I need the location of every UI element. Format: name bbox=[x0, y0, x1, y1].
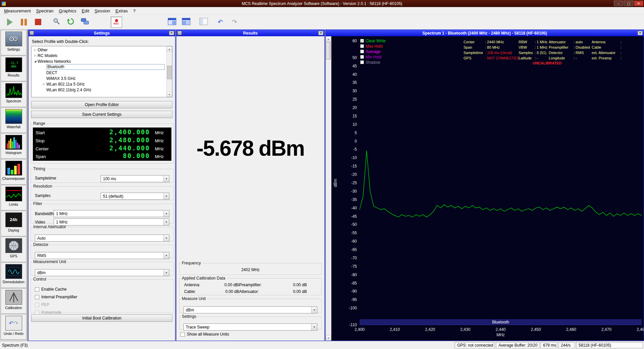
tree-item-wlan-802-11a-5-ghz[interactable]: ▷WLan 802.11a 5 GHz bbox=[32, 81, 172, 87]
layout-windows-button[interactable] bbox=[166, 16, 178, 28]
results-close-button[interactable]: ✕ bbox=[318, 31, 323, 35]
tree-item-other[interactable]: ▷Other bbox=[32, 47, 172, 53]
samples-select[interactable]: 51 (default) ▼ bbox=[101, 193, 169, 200]
sidebar-item-results[interactable]: -31,7 dBmResults bbox=[1, 56, 26, 81]
spectrum-panel-titlebar[interactable]: Spectrum 1 - Bluetooth (2400 MHz - 2480 … bbox=[326, 30, 644, 36]
tree-collapsed-icon[interactable]: ▷ bbox=[33, 48, 38, 51]
undo-button[interactable]: ↶ bbox=[214, 16, 227, 28]
initial-boot-calibration-button[interactable]: Initial Boot Calibration bbox=[31, 314, 172, 322]
detect-device-button[interactable] bbox=[50, 16, 63, 28]
menu-session[interactable]: Session bbox=[92, 7, 113, 14]
y-tick-label: -80 bbox=[351, 272, 357, 277]
redo-button[interactable]: ↷ bbox=[228, 16, 241, 28]
y-tick-label: 25 bbox=[353, 97, 357, 102]
refresh-devices-button[interactable] bbox=[64, 16, 77, 28]
info-label: Latitude bbox=[519, 56, 535, 60]
y-tick-label: -65 bbox=[351, 247, 357, 252]
scrollbar-thumb[interactable] bbox=[326, 42, 331, 59]
range-row-unit: MHz bbox=[150, 130, 169, 135]
scroll-down-button[interactable]: ▼ bbox=[167, 92, 172, 97]
menu-extras[interactable]: Extras bbox=[113, 7, 130, 14]
scrollbar-thumb[interactable] bbox=[167, 66, 172, 79]
checkbox-internal-preamplifier[interactable]: Internal Preamplifier bbox=[35, 295, 77, 299]
sidebar-item-daylog[interactable]: 24hDaylog bbox=[1, 211, 26, 236]
tree-expanded-icon[interactable]: ◢ bbox=[33, 60, 38, 63]
y-tick-label: -15 bbox=[351, 164, 357, 168]
stop-button[interactable] bbox=[32, 16, 44, 28]
results-panel-titlebar[interactable]: Results ✕ bbox=[176, 30, 324, 36]
spectrum-close-button[interactable]: ✕ bbox=[638, 31, 643, 35]
save-current-settings-button[interactable]: Save Current Settings bbox=[31, 111, 172, 118]
scroll-up-button[interactable]: ▲ bbox=[167, 46, 172, 52]
tree-item-wimax-3-5-ghz[interactable]: WiMAX 3.5 GHz bbox=[32, 76, 172, 81]
measurement-unit-select[interactable]: dBm ▼ bbox=[35, 269, 169, 276]
undo-icon: ↶ bbox=[218, 18, 223, 26]
checkbox-icon[interactable] bbox=[180, 332, 185, 337]
info-label: Preamplifier bbox=[549, 45, 574, 49]
sidebar-item-gps[interactable]: GPS bbox=[1, 237, 26, 262]
chevron-down-icon: ▼ bbox=[311, 324, 317, 330]
layout-grid-button[interactable] bbox=[180, 16, 193, 28]
measure-unit-select[interactable]: dBm ▼ bbox=[183, 306, 317, 313]
sidebar-item-calibration[interactable]: Calibration bbox=[1, 288, 26, 314]
scroll-up-button[interactable]: ▲ bbox=[326, 36, 331, 42]
checkbox-icon[interactable] bbox=[35, 295, 39, 299]
tree-item-wireless-networks[interactable]: ◢Wireless Networks bbox=[32, 58, 172, 64]
checkbox-enable-cache[interactable]: Enable Cache bbox=[35, 287, 66, 292]
open-profile-editor-button[interactable]: Open Profile Editor bbox=[31, 101, 172, 108]
status-cell-679-ms: 679 ms bbox=[540, 342, 557, 348]
tree-item-wlan-802-11b-g-2-4-ghz[interactable]: WLan 802.11b/g 2.4 GHz bbox=[32, 87, 172, 93]
menu-spectran[interactable]: Spectran bbox=[34, 7, 56, 14]
tree-collapsed-icon[interactable]: ▷ bbox=[42, 83, 46, 86]
settings-close-button[interactable]: ✕ bbox=[169, 31, 174, 35]
status-cell-gps-not-connected: GPS: not connected bbox=[454, 342, 495, 348]
range-row-unit: MHz bbox=[150, 154, 169, 159]
sidebar-item-channelpower[interactable]: Channelpower bbox=[1, 159, 26, 185]
chevron-down-icon: ▼ bbox=[163, 269, 169, 276]
info-value: : bbox=[621, 56, 622, 60]
panel-view-button[interactable] bbox=[197, 16, 210, 28]
results-panel: Results ✕ -5.678 dBm Frequency 2402 MHz … bbox=[176, 30, 325, 341]
maximize-button[interactable]: ▢ bbox=[624, 1, 633, 6]
record-button[interactable]: REC bbox=[111, 16, 122, 28]
sidebar-item-histogram[interactable]: Histogram bbox=[1, 133, 26, 159]
sampletime-select[interactable]: 100 ms ▼ bbox=[101, 175, 169, 182]
detector-select[interactable]: RMS ▼ bbox=[35, 252, 169, 259]
sidebar-item-waterfall[interactable]: Waterfall bbox=[1, 107, 26, 133]
window-title-bar: MCS Realtime Spectrum Analyzer Software … bbox=[0, 0, 644, 7]
close-button[interactable]: ✕ bbox=[634, 1, 643, 6]
bandwidth-select[interactable]: 1 MHz ▼ bbox=[54, 210, 169, 217]
sidebar-item-settings[interactable]: ⚙⚙Settings bbox=[1, 30, 26, 55]
scroll-down-button[interactable]: ▼ bbox=[326, 335, 331, 341]
minimize-button[interactable]: – bbox=[614, 1, 623, 6]
settings-panel: Settings ✕ Select Profile with Double-Cl… bbox=[28, 30, 175, 341]
menu-measurement[interactable]: Measurement bbox=[1, 7, 34, 14]
usb-devices-button[interactable] bbox=[78, 16, 91, 28]
sidebar-item-limits[interactable]: Limits bbox=[1, 185, 26, 210]
menu-help[interactable]: ? bbox=[130, 7, 138, 14]
settings-panel-titlebar[interactable]: Settings ✕ bbox=[29, 30, 175, 36]
tree-item-rc-models[interactable]: ▷RC Models bbox=[32, 53, 172, 58]
menu-edit[interactable]: Edit bbox=[79, 7, 92, 14]
tree-collapsed-icon[interactable]: ▷ bbox=[33, 54, 38, 57]
x-tick-label: 2,420 bbox=[425, 327, 435, 332]
sidebar-item-demodulation[interactable]: Demodulation bbox=[1, 262, 26, 288]
attenuator-select[interactable]: Auto ▼ bbox=[35, 235, 169, 242]
tree-item-bluetooth[interactable]: Bluetooth bbox=[32, 64, 172, 70]
sidebar-item-label: Spectrum bbox=[6, 99, 21, 103]
sidebar-item-spectrum[interactable]: Spectrum bbox=[1, 82, 26, 107]
show-all-measure-units-checkbox[interactable]: Show all Measure Units bbox=[180, 332, 229, 337]
tree-item-label: WLan 802.11a 5 GHz bbox=[46, 82, 85, 87]
sidebar-item-undo-redo[interactable]: ↶↷Undo / Redo bbox=[1, 314, 26, 340]
trace-sweep-select[interactable]: Trace Sweep ▼ bbox=[183, 323, 317, 331]
play-button[interactable] bbox=[3, 16, 16, 28]
spectrum-scrollbar[interactable]: ▲ ▼ bbox=[326, 36, 331, 341]
tree-scrollbar[interactable]: ▲ ▼ bbox=[166, 46, 172, 97]
info-label: Cable bbox=[592, 45, 621, 49]
spectrum-plot[interactable]: 6050454035302520151050-5-10-15-20-25-30-… bbox=[331, 36, 644, 341]
tree-item-dect[interactable]: DECT bbox=[32, 70, 172, 76]
pause-button[interactable] bbox=[17, 16, 30, 28]
checkbox-icon[interactable] bbox=[35, 287, 39, 292]
info-row-gps: GPS: NOT CONNECTED bbox=[464, 55, 519, 61]
menu-graphics[interactable]: Graphics bbox=[56, 7, 79, 14]
